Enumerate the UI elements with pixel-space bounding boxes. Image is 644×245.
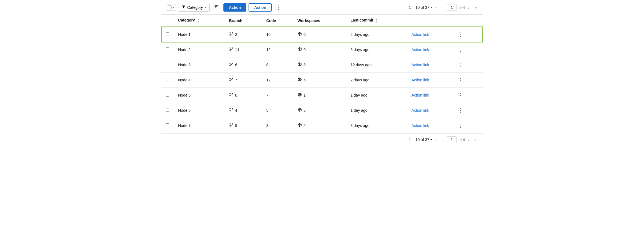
main-container: ▾ Category ▾ Action: [161, 0, 483, 146]
sort-button[interactable]: [212, 3, 221, 12]
row-code-3: 12: [262, 73, 293, 88]
action-link-6[interactable]: Action link: [411, 123, 429, 128]
action-link-1[interactable]: Action link: [411, 47, 429, 52]
svg-point-16: [232, 78, 233, 79]
bottom-next-page-button[interactable]: ›: [467, 136, 471, 143]
row-more-button-3[interactable]: ⋮: [456, 76, 466, 84]
branch-icon-1: [229, 47, 233, 52]
row-more-cell-2: ⋮: [452, 57, 483, 73]
pagination-dropdown-arrow[interactable]: ▾: [431, 6, 432, 9]
row-more-button-5[interactable]: ⋮: [456, 107, 466, 114]
filter-label: Category: [187, 5, 203, 10]
more-options-button[interactable]: ⋮: [274, 3, 284, 12]
workspace-value-0: 6: [303, 32, 306, 37]
table-header-row: Category ▲ ▼ Branch Code Workspaces Last…: [161, 15, 483, 27]
row-code-5: 5: [262, 103, 293, 118]
row-action-cell-5: Action link: [407, 103, 452, 118]
svg-point-20: [232, 93, 233, 94]
row-checkbox-cell-5: [161, 103, 174, 118]
first-page-button[interactable]: «: [434, 4, 439, 11]
row-checkbox-cell-2: [161, 57, 174, 73]
filter-button[interactable]: Category ▾: [178, 3, 210, 12]
cube-icon-6: [297, 123, 302, 128]
row-action-cell-4: Action link: [407, 88, 452, 103]
row-more-button-1[interactable]: ⋮: [456, 46, 466, 53]
workspace-value-6: 2: [303, 123, 306, 128]
prev-page-button[interactable]: ‹: [441, 4, 445, 11]
svg-point-3: [229, 32, 231, 33]
row-checkbox-1[interactable]: [166, 47, 169, 51]
svg-point-23: [229, 108, 231, 109]
next-page-button[interactable]: ›: [467, 4, 471, 11]
row-category-1: Node 2: [174, 42, 225, 57]
row-checkbox-4[interactable]: [166, 93, 169, 97]
action-link-4[interactable]: Action link: [411, 93, 429, 97]
table-row: Node 5 8 7 1 1 d: [161, 88, 483, 103]
select-all-checkbox-dropdown[interactable]: ▾: [166, 4, 176, 11]
svg-point-19: [229, 93, 231, 94]
action-link-3[interactable]: Action link: [411, 78, 429, 82]
row-last-commit-6: 3 days ago: [346, 118, 407, 133]
svg-point-24: [232, 108, 233, 109]
row-code-1: 12: [262, 42, 293, 57]
action-primary-button[interactable]: Action: [223, 3, 247, 12]
row-more-button-4[interactable]: ⋮: [456, 92, 466, 99]
row-more-cell-6: ⋮: [452, 118, 483, 133]
pagination-range-text: 1 – 10 of 37: [409, 5, 429, 10]
last-commit-sort-icon: ▲ ▼: [376, 18, 378, 23]
row-more-button-6[interactable]: ⋮: [456, 122, 466, 129]
row-branch-4: 8: [225, 88, 262, 103]
row-checkbox-5[interactable]: [166, 108, 169, 112]
row-category-0: Node 1: [174, 27, 225, 42]
bottom-page-number-input[interactable]: [447, 136, 457, 143]
action-outline-button[interactable]: Action: [249, 3, 272, 12]
table-wrapper: Category ▲ ▼ Branch Code Workspaces Last…: [161, 15, 483, 133]
row-last-commit-3: 2 days ago: [346, 73, 407, 88]
workspace-value-2: 3: [303, 63, 306, 67]
col-header-last-commit[interactable]: Last commit ▲ ▼: [346, 15, 407, 27]
cube-icon-2: [297, 62, 302, 68]
action-outline-label: Action: [254, 5, 266, 10]
row-more-button-2[interactable]: ⋮: [456, 61, 466, 68]
row-checkbox-cell-1: [161, 42, 174, 57]
row-branch-3: 7: [225, 73, 262, 88]
bottom-pagination: 1 – 10 of 37 ▾ « ‹ of 4 › »: [161, 133, 483, 146]
row-workspaces-1: 9: [293, 42, 346, 57]
select-all-checkbox[interactable]: [168, 6, 171, 9]
branch-icon-5: [229, 108, 233, 113]
bottom-prev-page-button[interactable]: ‹: [441, 136, 445, 143]
table-row: Node 6 4 5 5 1 d: [161, 103, 483, 118]
row-checkbox-0[interactable]: [166, 32, 169, 36]
total-pages-text: of 4: [458, 5, 465, 10]
branch-value-5: 4: [235, 108, 237, 113]
bottom-last-page-button[interactable]: »: [473, 136, 478, 143]
branch-value-6: 9: [235, 123, 237, 128]
cube-icon-1: [297, 47, 302, 52]
svg-point-17: [229, 80, 231, 81]
row-checkbox-cell-3: [161, 73, 174, 88]
table-row: Node 7 9 3 2 3 d: [161, 118, 483, 133]
row-more-button-0[interactable]: ⋮: [456, 31, 466, 38]
action-link-0[interactable]: Action link: [411, 32, 429, 37]
action-link-2[interactable]: Action link: [411, 63, 429, 67]
action-link-5[interactable]: Action link: [411, 108, 429, 113]
row-last-commit-5: 1 day ago: [346, 103, 407, 118]
workspace-value-1: 9: [303, 47, 306, 52]
last-page-button[interactable]: »: [473, 4, 478, 11]
table-body: Node 1 2 10 6 2: [161, 27, 483, 133]
row-action-cell-3: Action link: [407, 73, 452, 88]
filter-icon: [182, 5, 186, 10]
row-checkbox-3[interactable]: [166, 78, 169, 81]
row-checkbox-6[interactable]: [166, 123, 169, 127]
table-row: Node 1 2 10 6 2: [161, 27, 483, 42]
col-header-workspaces: Workspaces: [293, 15, 346, 27]
svg-point-8: [232, 47, 233, 49]
row-workspaces-0: 6: [293, 27, 346, 42]
bottom-pagination-dropdown-arrow[interactable]: ▾: [431, 138, 432, 141]
bottom-pagination-range-text: 1 – 10 of 37: [409, 137, 429, 142]
col-header-action: [407, 15, 452, 27]
page-number-input[interactable]: 1: [447, 4, 457, 11]
col-header-category[interactable]: Category ▲ ▼: [174, 15, 225, 27]
row-checkbox-2[interactable]: [166, 63, 169, 66]
bottom-first-page-button[interactable]: «: [434, 136, 439, 143]
